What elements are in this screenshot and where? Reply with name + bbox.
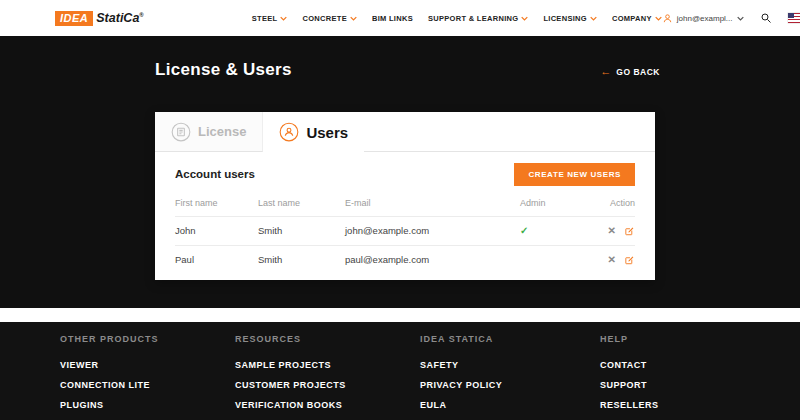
nav-item-company[interactable]: COMPANY: [612, 14, 662, 23]
cell-email: john@example.com: [345, 217, 520, 246]
search-button[interactable]: [760, 12, 772, 24]
footer-col-title: OTHER PRODUCTS: [60, 334, 235, 344]
account-menu[interactable]: john@exampl...: [662, 13, 744, 24]
chevron-down-icon: [590, 16, 597, 21]
footer-col-other-products: OTHER PRODUCTS VIEWER CONNECTION LITE PL…: [60, 334, 235, 420]
cell-first-name: John: [175, 217, 258, 246]
footer: OTHER PRODUCTS VIEWER CONNECTION LITE PL…: [0, 322, 800, 420]
page-title: License & Users: [155, 60, 292, 80]
language-selector[interactable]: [788, 13, 800, 23]
footer-col-title: HELP: [600, 334, 659, 344]
users-table: First name Last name E-mail Admin Action…: [175, 194, 635, 274]
nav-item-support-learning[interactable]: SUPPORT & LEARNING: [428, 14, 528, 23]
delete-user-icon[interactable]: ✕: [608, 225, 616, 236]
user-icon: [662, 13, 673, 24]
search-icon: [760, 12, 772, 24]
footer-link-support[interactable]: SUPPORT: [600, 380, 659, 390]
table-header-row: First name Last name E-mail Admin Action: [175, 194, 635, 217]
content-footer-gap: [0, 308, 800, 322]
col-last-name: Last name: [258, 194, 345, 217]
registered-mark: ®: [139, 12, 143, 18]
hero-section: License & Users ← GO BACK License Users …: [0, 36, 800, 308]
chevron-down-icon: [280, 16, 287, 21]
footer-link-sample-projects[interactable]: SAMPLE PROJECTS: [235, 360, 420, 370]
chevron-down-icon: [521, 16, 528, 21]
license-icon: [171, 122, 191, 142]
chevron-down-icon: [655, 16, 662, 21]
tab-bar: License Users: [155, 112, 655, 152]
users-icon: [279, 122, 299, 142]
main-nav: STEEL CONCRETE BIM LINKS SUPPORT & LEARN…: [252, 14, 662, 23]
logo[interactable]: IDEA StatiCa®: [55, 11, 144, 26]
footer-link-connection-lite[interactable]: CONNECTION LITE: [60, 380, 235, 390]
footer-link-safety[interactable]: SAFETY: [420, 360, 600, 370]
account-users-panel: Account users CREATE NEW USERS First nam…: [155, 152, 655, 280]
account-email: john@exampl...: [677, 14, 733, 23]
footer-col-title: RESOURCES: [235, 334, 420, 344]
nav-item-steel[interactable]: STEEL: [252, 14, 288, 23]
us-flag-icon: [788, 13, 800, 23]
chevron-down-icon: [350, 16, 357, 21]
footer-col-title: IDEA STATICA: [420, 334, 600, 344]
footer-link-customer-projects[interactable]: CUSTOMER PROJECTS: [235, 380, 420, 390]
footer-col-idea-statica: IDEA STATICA SAFETY PRIVACY POLICY EULA: [420, 334, 600, 420]
delete-user-icon[interactable]: ✕: [608, 254, 616, 265]
tab-license[interactable]: License: [155, 112, 263, 152]
back-arrow-icon: ←: [600, 66, 611, 77]
footer-link-privacy-policy[interactable]: PRIVACY POLICY: [420, 380, 600, 390]
edit-user-icon[interactable]: [624, 255, 635, 266]
table-row: John Smith john@example.com ✓ ✕: [175, 217, 635, 246]
edit-user-icon[interactable]: [624, 226, 635, 237]
license-users-card: License Users Account users CREATE NEW U…: [155, 112, 655, 280]
footer-link-eula[interactable]: EULA: [420, 400, 600, 410]
admin-check-icon: ✓: [520, 225, 528, 236]
tab-users[interactable]: Users: [263, 112, 364, 152]
footer-link-verification-books[interactable]: VERIFICATION BOOKS: [235, 400, 420, 410]
panel-title: Account users: [175, 168, 255, 180]
col-admin: Admin: [520, 194, 590, 217]
footer-link-resellers[interactable]: RESELLERS: [600, 400, 659, 410]
header-right: john@exampl...: [662, 12, 800, 24]
footer-col-help: HELP CONTACT SUPPORT RESELLERS: [600, 334, 659, 420]
logo-idea-box: IDEA: [55, 11, 93, 26]
tab-bar-filler: [364, 112, 655, 152]
cell-last-name: Smith: [258, 245, 345, 273]
cell-last-name: Smith: [258, 217, 345, 246]
nav-item-concrete[interactable]: CONCRETE: [302, 14, 357, 23]
col-first-name: First name: [175, 194, 258, 217]
footer-col-resources: RESOURCES SAMPLE PROJECTS CUSTOMER PROJE…: [235, 334, 420, 420]
logo-statica-text: StatiCa®: [96, 11, 144, 25]
footer-link-plugins[interactable]: PLUGINS: [60, 400, 235, 410]
nav-item-bim-links[interactable]: BIM LINKS: [372, 14, 413, 23]
cell-first-name: Paul: [175, 245, 258, 273]
nav-item-licensing[interactable]: LICENSING: [543, 14, 597, 23]
cell-email: paul@example.com: [345, 245, 520, 273]
col-email: E-mail: [345, 194, 520, 217]
footer-link-contact[interactable]: CONTACT: [600, 360, 659, 370]
col-action: Action: [590, 194, 635, 217]
go-back-button[interactable]: ← GO BACK: [600, 66, 660, 77]
create-new-users-button[interactable]: CREATE NEW USERS: [514, 163, 635, 186]
table-row: Paul Smith paul@example.com ✕: [175, 245, 635, 273]
chevron-down-icon: [737, 16, 744, 21]
footer-link-viewer[interactable]: VIEWER: [60, 360, 235, 370]
top-header: IDEA StatiCa® STEEL CONCRETE BIM LINKS S…: [0, 0, 800, 36]
